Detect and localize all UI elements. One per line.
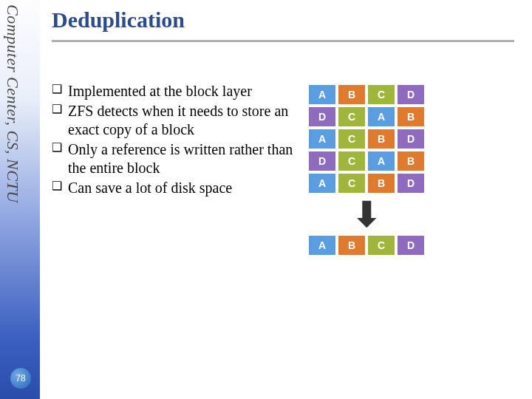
block-cell-B: B [398,151,424,171]
diagram-bottom-grid: ABCD [309,236,424,255]
block-cell-D: D [398,174,424,193]
block-cell-C: C [338,129,365,149]
block-cell-B: B [398,107,424,126]
block-cell-A: A [309,174,335,193]
block-cell-B: B [368,129,395,149]
block-cell-D: D [309,107,335,126]
bullet-item: Can save a lot of disk space [52,179,296,197]
block-cell-A: A [309,129,335,149]
block-cell-C: C [338,107,365,126]
block-cell-A: A [368,107,395,126]
body-row: Implemented at the block layer ZFS detec… [52,82,532,255]
slide-content: Deduplication Implemented at the block l… [52,0,532,399]
bullet-item: Implemented at the block layer [52,82,296,100]
block-cell-D: D [398,85,424,104]
diagram-top-grid: ABCDDCABACBDDCABACBD [309,85,424,193]
block-cell-C: C [368,85,395,104]
arrow-down-icon: ⬇ [352,203,381,227]
block-cell-B: B [338,85,365,104]
page-number-badge: 78 [10,368,31,389]
block-cell-B: B [368,174,395,193]
block-cell-A: A [368,151,395,171]
sidebar: Computer Center, CS, NCTU [0,0,40,399]
bullet-item: Only a reference is written rather than … [52,140,296,177]
title-rule [52,40,514,42]
bullet-list: Implemented at the block layer ZFS detec… [52,82,296,255]
block-cell-C: C [368,236,395,255]
block-cell-B: B [338,236,365,255]
block-cell-D: D [398,236,424,255]
slide-title: Deduplication [52,7,532,33]
sidebar-org-text: Computer Center, CS, NCTU [3,4,22,203]
block-cell-A: A [309,236,335,255]
block-cell-A: A [309,85,335,104]
dedup-diagram: ABCDDCABACBDDCABACBD ⬇ ABCD [309,85,424,255]
block-cell-D: D [309,151,335,171]
block-cell-C: C [338,151,365,171]
bullet-item: ZFS detects when it needs to store an ex… [52,102,296,139]
block-cell-C: C [338,174,365,193]
block-cell-D: D [398,129,424,149]
